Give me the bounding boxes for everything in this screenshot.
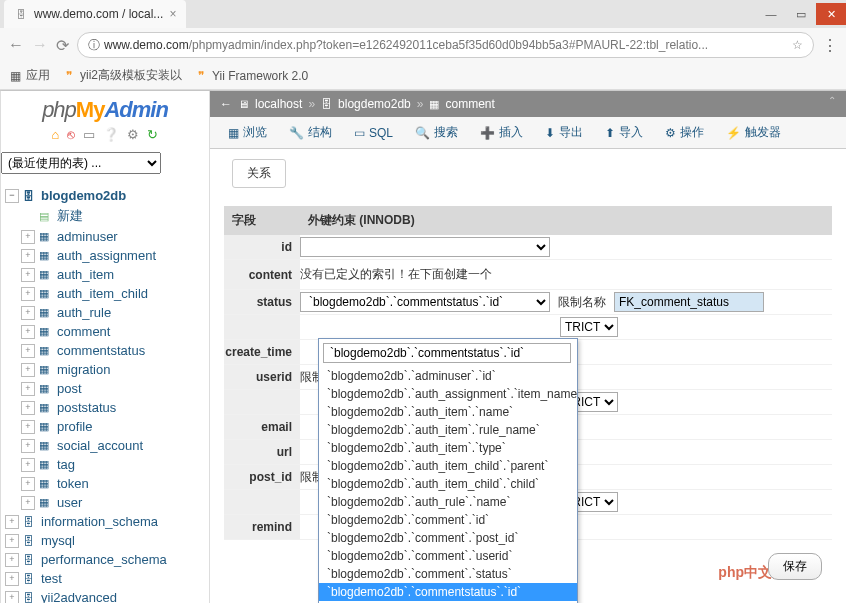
tree-table[interactable]: +▦auth_assignment (5, 246, 205, 265)
tree-table[interactable]: +▦tag (5, 455, 205, 474)
expand-icon[interactable]: + (21, 230, 35, 244)
dropdown-option[interactable]: `blogdemo2db`.`auth_item`.`rule_name` (319, 421, 577, 439)
dropdown-option[interactable]: `blogdemo2db`.`auth_rule`.`name` (319, 493, 577, 511)
recent-tables-select[interactable]: (最近使用的表) ... (1, 152, 161, 174)
expand-icon[interactable]: + (21, 439, 35, 453)
expand-icon[interactable]: + (5, 534, 19, 548)
tab-插入[interactable]: ➕插入 (470, 118, 533, 147)
tree-table[interactable]: +▦social_account (5, 436, 205, 455)
dropdown-option[interactable]: `blogdemo2db`.`auth_item_child`.`child` (319, 475, 577, 493)
dropdown-option[interactable]: `blogdemo2db`.`auth_item_child`.`parent` (319, 457, 577, 475)
minimize-button[interactable]: — (756, 3, 786, 25)
tree-table[interactable]: +▦poststatus (5, 398, 205, 417)
on-action-select[interactable]: TRICT (560, 317, 618, 337)
tab-导出[interactable]: ⬇导出 (535, 118, 593, 147)
expand-icon[interactable]: + (21, 287, 35, 301)
tree-table[interactable]: +▦auth_item (5, 265, 205, 284)
tree-db[interactable]: +🗄information_schema (5, 512, 205, 531)
tree-table[interactable]: +▦migration (5, 360, 205, 379)
docs-icon[interactable]: ❔ (103, 127, 119, 142)
expand-icon[interactable]: + (21, 496, 35, 510)
pma-logo[interactable]: phpMyAdmin (1, 91, 209, 125)
settings-icon[interactable]: ⚙ (127, 127, 139, 142)
bc-db[interactable]: blogdemo2db (338, 97, 411, 111)
save-button[interactable]: 保存 (768, 553, 822, 580)
collapse-icon[interactable]: − (5, 189, 19, 203)
dropdown-option[interactable]: `blogdemo2db`.`comment`.`id` (319, 511, 577, 529)
bookmark-yii2-adv[interactable]: ❞yii2高级模板安装以 (62, 67, 182, 84)
tab-导入[interactable]: ⬆导入 (595, 118, 653, 147)
tree-table[interactable]: +▦profile (5, 417, 205, 436)
tab-操作[interactable]: ⚙操作 (655, 118, 714, 147)
reload-nav-icon[interactable]: ↻ (147, 127, 158, 142)
expand-icon[interactable]: + (21, 249, 35, 263)
expand-icon[interactable]: + (5, 515, 19, 529)
expand-icon[interactable]: + (21, 477, 35, 491)
tree-table[interactable]: +▦adminuser (5, 227, 205, 246)
tab-结构[interactable]: 🔧结构 (279, 118, 342, 147)
bc-table[interactable]: comment (445, 97, 494, 111)
tree-table[interactable]: +▦user (5, 493, 205, 512)
expand-icon[interactable]: + (5, 591, 19, 604)
tree-new[interactable]: ▤新建 (5, 205, 205, 227)
expand-icon[interactable]: + (21, 420, 35, 434)
back-button[interactable]: ← (8, 36, 24, 54)
dropdown-option[interactable]: `blogdemo2db`.`commentstatus`.`id` (319, 583, 577, 601)
tree-db[interactable]: +🗄performance_schema (5, 550, 205, 569)
toggle-nav-icon[interactable]: ← (220, 97, 232, 111)
maximize-button[interactable]: ▭ (786, 3, 816, 25)
expand-icon[interactable]: + (21, 382, 35, 396)
collapse-panel-icon[interactable]: ⌃ (828, 95, 836, 106)
tree-db[interactable]: +🗄yii2advanced (5, 588, 205, 603)
tree-table[interactable]: +▦comment (5, 322, 205, 341)
tab-触发器[interactable]: ⚡触发器 (716, 118, 791, 147)
expand-icon[interactable]: + (21, 363, 35, 377)
sql-icon[interactable]: ▭ (83, 127, 95, 142)
url-input[interactable]: ⓘ www.demo.com/phpmyadmin/index.php?toke… (77, 32, 814, 58)
reload-button[interactable]: ⟳ (56, 36, 69, 55)
apps-shortcut[interactable]: ▦应用 (8, 67, 50, 84)
dropdown-filter-input[interactable] (323, 343, 571, 363)
close-window-button[interactable]: ✕ (816, 3, 846, 25)
tree-db-current[interactable]: −🗄blogdemo2db (5, 186, 205, 205)
subtab-relations[interactable]: 关系 (232, 159, 286, 188)
expand-icon[interactable]: + (5, 572, 19, 586)
fk-column-dropdown[interactable]: `blogdemo2db`.`adminuser`.`id``blogdemo2… (318, 338, 578, 603)
expand-icon[interactable]: + (21, 268, 35, 282)
tree-table[interactable]: +▦commentstatus (5, 341, 205, 360)
dropdown-option[interactable]: `blogdemo2db`.`comment`.`status` (319, 565, 577, 583)
browser-tab[interactable]: 🗄 www.demo.com / local... × (4, 0, 186, 28)
tree-table[interactable]: +▦token (5, 474, 205, 493)
tab-SQL[interactable]: ▭SQL (344, 120, 403, 146)
tab-浏览[interactable]: ▦浏览 (218, 118, 277, 147)
dropdown-option[interactable]: `blogdemo2db`.`adminuser`.`id` (319, 367, 577, 385)
logout-icon[interactable]: ⎋ (67, 127, 75, 142)
constraint-name-input[interactable] (614, 292, 764, 312)
dropdown-option[interactable]: `blogdemo2db`.`auth_item`.`name` (319, 403, 577, 421)
tree-table[interactable]: +▦auth_rule (5, 303, 205, 322)
expand-icon[interactable]: + (21, 458, 35, 472)
bc-server[interactable]: localhost (255, 97, 302, 111)
fk-column-select[interactable]: `blogdemo2db`.`commentstatus`.`id` (300, 292, 550, 312)
tree-table[interactable]: +▦auth_item_child (5, 284, 205, 303)
home-icon[interactable]: ⌂ (52, 127, 60, 142)
dropdown-option[interactable]: `blogdemo2db`.`auth_item`.`type` (319, 439, 577, 457)
close-tab-icon[interactable]: × (169, 7, 176, 21)
forward-button[interactable]: → (32, 36, 48, 54)
dropdown-option[interactable]: `blogdemo2db`.`comment`.`post_id` (319, 529, 577, 547)
tab-搜索[interactable]: 🔍搜索 (405, 118, 468, 147)
tree-db[interactable]: +🗄test (5, 569, 205, 588)
expand-icon[interactable]: + (21, 325, 35, 339)
expand-icon[interactable]: + (21, 401, 35, 415)
bookmark-yii-fw[interactable]: ❞Yii Framework 2.0 (194, 69, 308, 83)
dropdown-option[interactable]: `blogdemo2db`.`comment`.`userid` (319, 547, 577, 565)
bookmark-star-icon[interactable]: ☆ (792, 38, 803, 52)
tree-db[interactable]: +🗄mysql (5, 531, 205, 550)
tree-table[interactable]: +▦post (5, 379, 205, 398)
chrome-menu-icon[interactable]: ⋮ (822, 36, 838, 55)
expand-icon[interactable]: + (21, 306, 35, 320)
fk-column-select[interactable] (300, 237, 550, 257)
expand-icon[interactable]: + (5, 553, 19, 567)
dropdown-option[interactable]: `blogdemo2db`.`auth_assignment`.`item_na… (319, 385, 577, 403)
expand-icon[interactable]: + (21, 344, 35, 358)
